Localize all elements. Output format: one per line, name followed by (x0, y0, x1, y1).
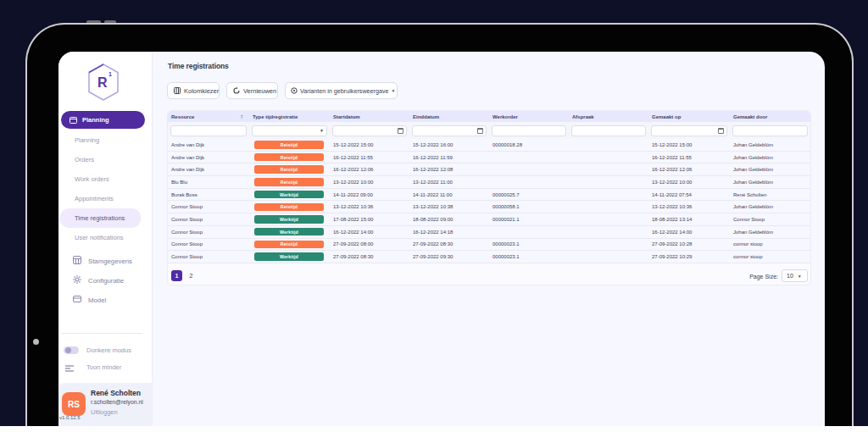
cell-werkorder (489, 163, 569, 175)
collapse-sidebar[interactable]: Toon minder (58, 360, 153, 374)
cell-gemaakt-op: 27-09-2022 10:29 (648, 251, 730, 263)
collapse-label: Toon minder (86, 363, 121, 371)
column-header-type-tijdregistratie[interactable]: Type tijdregistratie (249, 111, 330, 122)
table-filter-row: ▼ (168, 122, 810, 139)
filter-resource-input[interactable] (170, 125, 247, 136)
dark-mode-toggle[interactable] (64, 346, 79, 354)
filter-startdatum-input[interactable] (332, 125, 407, 136)
cell-gemaakt-door: Connor Stoop (730, 213, 810, 225)
cell-werkorder (489, 226, 569, 238)
column-header-gemaakt-door[interactable]: Gemaakt door (730, 111, 810, 122)
cell-gemaakt-op: 27-09-2022 10:28 (648, 239, 730, 251)
collapse-icon (65, 360, 74, 375)
variants-icon (291, 87, 298, 94)
type-badge-reistijd: Reistijd (254, 165, 324, 174)
cell-gemaakt-door: Johan Geldeblöm (730, 139, 810, 151)
table-row[interactable]: Andre van DijkReistijd15-12-2022 15:0015… (168, 139, 810, 152)
cell-resource: Andre van Dijk (168, 152, 249, 163)
refresh-label: Vernieuwen (243, 87, 276, 95)
table-row[interactable]: Andre van DijkReistijd16-12-2022 12:0616… (168, 163, 810, 176)
app-screen: R 1 Planning PlanningOrdersWork ordersAp… (58, 52, 825, 426)
column-header-gemaakt-op[interactable]: Gemaakt op (648, 111, 730, 122)
cell-afspraak (569, 226, 648, 238)
cell-resource: Burak Boss (168, 189, 249, 201)
cell-gemaakt-door: connor stoop (730, 251, 810, 263)
table-row[interactable]: Connor StoopWerktijd27-09-2022 08:3027-0… (168, 251, 810, 263)
cell-afspraak (569, 251, 648, 263)
type-badge-reistijd: Reistijd (254, 203, 324, 212)
sidebar-divider (61, 333, 142, 334)
cell-werkorder: 00000018.28 (489, 139, 569, 151)
cell-type: Reistijd (249, 163, 330, 175)
column-header-startdatum[interactable]: Startdatum (330, 111, 409, 122)
cell-gemaakt-door: connor stoop (730, 239, 810, 251)
cell-end: 15-12-2022 16:00 (409, 139, 489, 151)
svg-text:R: R (97, 75, 108, 90)
cell-end: 14-11-2022 11:00 (409, 189, 489, 201)
table-row[interactable]: Connor StoopWerktijd16-12-2022 14:0016-1… (168, 226, 810, 239)
sidebar-item-time-registrations[interactable]: Time registrations (60, 208, 141, 228)
cell-end: 13-12-2022 10:38 (409, 201, 489, 213)
sidebar-item-configuratie[interactable]: Configuratie (58, 271, 153, 290)
variants-label: Varianten in gebruikersweergave (300, 87, 389, 95)
table-row[interactable]: Connor StoopWerktijd17-08-2022 15:0018-0… (168, 213, 810, 226)
calendar-icon (70, 116, 77, 124)
sidebar-submenu: PlanningOrdersWork ordersAppointmentsTim… (58, 130, 153, 247)
cell-afspraak (569, 176, 648, 188)
table-row[interactable]: Blu BluReistijd13-12-2022 10:0013-12-202… (168, 176, 810, 189)
user-name: René Scholten (91, 389, 141, 397)
table-row[interactable]: Burak BossWerktijd14-11-2022 09:0014-11-… (168, 189, 810, 202)
cell-gemaakt-door: Johan Geldeblöm (730, 152, 810, 163)
cell-type: Reistijd (249, 152, 330, 163)
cell-resource: Connor Stoop (168, 251, 249, 263)
tablet-camera (33, 339, 39, 345)
page-size-select[interactable]: 10 ▼ (782, 269, 808, 282)
type-badge-reistijd: Reistijd (254, 178, 324, 186)
pagination-page-2[interactable]: 2 (186, 270, 197, 281)
calendar-icon (718, 128, 724, 134)
sidebar-item-model[interactable]: Model (58, 291, 153, 309)
pagination-page-1[interactable]: 1 (171, 270, 182, 281)
cell-type: Reistijd (249, 176, 330, 188)
filter-type-select[interactable]: ▼ (252, 125, 327, 136)
user-avatar: RS (62, 392, 86, 416)
table-row[interactable]: Connor StoopReistijd27-09-2022 08:0027-0… (168, 239, 810, 252)
cell-start: 13-12-2022 10:00 (330, 176, 409, 188)
filter-gemaakt-op-input[interactable] (651, 125, 727, 136)
sidebar-item-work-orders[interactable]: Work orders (58, 169, 153, 189)
cell-end: 16-12-2022 14:18 (409, 226, 489, 238)
filter-einddatum-input[interactable] (412, 125, 487, 136)
filter-gemaakt-door-input[interactable] (732, 125, 808, 136)
column-header-resource[interactable]: Resource↑ (168, 111, 249, 122)
calendar-icon (477, 128, 483, 134)
sidebar-item-user-notifications[interactable]: User notifications (58, 228, 153, 247)
sidebar-item-appointments[interactable]: Appointments (58, 189, 153, 208)
table-row[interactable]: Andre van DijkReistijd16-12-2022 11:5516… (168, 152, 810, 164)
column-header-afspraak[interactable]: Afspraak (569, 111, 648, 122)
cell-afspraak (569, 189, 648, 201)
sidebar-item-planning[interactable]: Planning (58, 130, 153, 150)
refresh-button[interactable]: Vernieuwen (226, 82, 278, 99)
page-title: Time registrations (168, 62, 229, 70)
cell-resource: Connor Stoop (168, 226, 249, 238)
table-row[interactable]: Connor StoopReistijd13-12-2022 10:3613-1… (168, 201, 810, 213)
filter-werkorder-input[interactable] (492, 125, 566, 136)
sidebar-item-stamgegevens[interactable]: Stamgegevens (58, 252, 153, 270)
variants-button[interactable]: Varianten in gebruikersweergave ▼ (285, 82, 398, 99)
sidebar-item-orders[interactable]: Orders (58, 150, 153, 169)
filter-afspraak-input[interactable] (571, 125, 646, 136)
cell-gemaakt-op: 14-11-2022 07:54 (648, 189, 730, 201)
cell-resource: Andre van Dijk (168, 163, 249, 175)
cell-afspraak (569, 152, 648, 163)
chevron-down-icon: ▼ (798, 274, 802, 279)
chevron-down-icon: ▼ (320, 128, 324, 133)
column-header-werkorder[interactable]: Werkorder (489, 111, 569, 122)
calendar-icon (398, 128, 403, 134)
cell-afspraak (569, 139, 648, 151)
column-chooser-button[interactable]: Kolomkiezer (167, 82, 220, 99)
column-header-einddatum[interactable]: Einddatum (409, 111, 489, 122)
sidebar-planning-button[interactable]: Planning (61, 111, 145, 129)
logout-link[interactable]: Uitloggen (91, 408, 118, 416)
app-version: v1.0.12.5 (59, 415, 81, 420)
sidebar-planning-label: Planning (82, 116, 109, 124)
